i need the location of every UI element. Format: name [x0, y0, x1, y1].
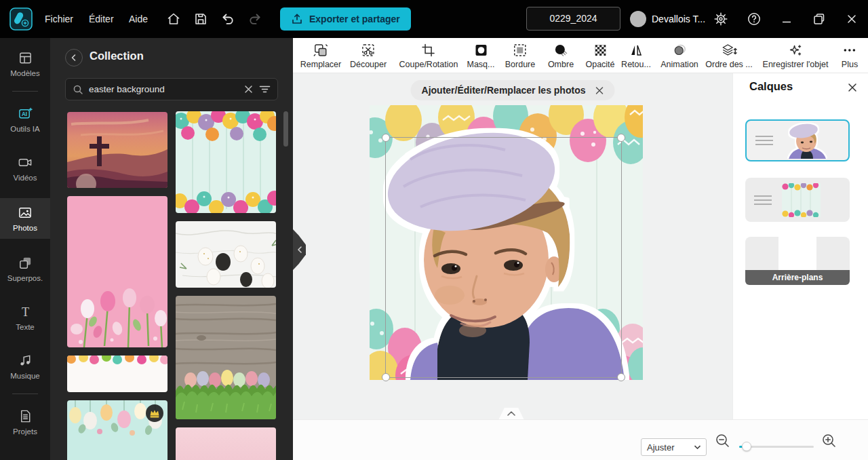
selection-handle-top-left[interactable]: [382, 134, 390, 142]
toolbar-mask-button[interactable]: Masq...: [467, 43, 495, 69]
collection-panel: Collection easter background: [50, 38, 293, 460]
zoom-fit-select[interactable]: Ajuster: [641, 438, 707, 456]
toolbar-label: Ombre: [548, 60, 574, 69]
sidebar-item-projects[interactable]: Projets: [0, 402, 50, 442]
stock-photo-thumbnail-premium[interactable]: gettyimages: [67, 400, 167, 460]
project-title-input[interactable]: 0229_2024: [526, 7, 620, 31]
drag-handle-icon[interactable]: [755, 133, 774, 148]
toolbar-flip-button[interactable]: Retou...: [621, 43, 651, 69]
photos-icon: [17, 205, 33, 221]
selection-handle-bottom-right[interactable]: [617, 373, 625, 381]
layers-close-icon[interactable]: [847, 82, 858, 93]
zoom-in-icon[interactable]: [821, 433, 837, 448]
background-layer-label: Arrière-plans: [745, 270, 850, 285]
toolbar-replace-button[interactable]: Remplacer: [300, 43, 341, 69]
svg-text:AI: AI: [22, 111, 27, 117]
sidebar-item-text[interactable]: T Texte: [0, 297, 50, 338]
sidebar-label: Musique: [10, 372, 39, 380]
menu-edit[interactable]: Éditer: [89, 0, 114, 38]
music-icon: [18, 353, 33, 368]
toolbar-cutout-button[interactable]: Découper: [350, 43, 387, 69]
minimize-icon[interactable]: [780, 12, 793, 26]
restore-icon[interactable]: [812, 12, 827, 26]
close-icon[interactable]: [845, 12, 859, 26]
zoom-fit-value: Ajuster: [647, 442, 674, 453]
sidebar-item-music[interactable]: Musique: [0, 346, 50, 387]
back-button[interactable]: [65, 49, 83, 66]
user-avatar[interactable]: [630, 11, 646, 27]
toolbar-more-button[interactable]: Plus: [842, 43, 858, 69]
menu-file[interactable]: Fichier: [45, 0, 73, 38]
svg-text:T: T: [21, 305, 28, 319]
chevron-down-icon: [694, 445, 701, 449]
object-toolbar: Remplacer Découper Coupe/Rotation Masq..…: [293, 38, 868, 73]
toolbar-label: Remplacer: [300, 60, 341, 69]
canvas-area[interactable]: Ajouter/Éditer/Remplacer les photos: [293, 73, 732, 419]
menu-help[interactable]: Aide: [129, 0, 148, 38]
zoom-out-icon[interactable]: [715, 433, 730, 448]
layer-thumbnail-frame: [782, 183, 821, 217]
cutout-icon: [361, 43, 376, 58]
toolbar-label: Bordure: [505, 60, 535, 69]
help-icon[interactable]: [747, 12, 762, 26]
sidebar-item-ai-tools[interactable]: AI Outils IA: [0, 99, 50, 140]
selection-handle-bottom-left[interactable]: [382, 373, 390, 381]
toolbar-opacity-button[interactable]: Opacité: [585, 43, 614, 69]
zoom-slider-handle[interactable]: [742, 442, 751, 451]
clear-search-icon[interactable]: [243, 84, 254, 94]
stock-photo-thumbnail[interactable]: [176, 111, 276, 213]
title-bar: Fichier Éditer Aide Exporter et partager…: [0, 0, 868, 38]
toolbar-label: Plus: [842, 60, 858, 69]
app-logo[interactable]: [9, 7, 33, 31]
toolbar-layer-order-button[interactable]: Ordre des ...: [705, 43, 752, 69]
stock-photo-thumbnail[interactable]: [176, 427, 276, 460]
stock-photo-thumbnail[interactable]: [176, 221, 276, 288]
selection-handle-top-right[interactable]: [617, 134, 625, 142]
overlay-icon: [18, 255, 33, 271]
toolbar-border-button[interactable]: Bordure: [505, 43, 535, 69]
layer-thumbnail-boy: [783, 122, 831, 159]
pink-tulips-image: [67, 196, 167, 347]
stock-photo-thumbnail[interactable]: [67, 112, 167, 188]
sidebar-label: Modèles: [10, 69, 39, 77]
redo-icon[interactable]: [248, 12, 262, 26]
selection-box[interactable]: [385, 137, 622, 378]
settings-gear-icon[interactable]: [714, 12, 728, 26]
pink-gradient-image: [176, 427, 276, 460]
toolbar-label: Découper: [350, 60, 387, 69]
collapse-timeline-tab[interactable]: [496, 408, 527, 419]
border-icon: [513, 43, 528, 58]
sidebar-label: Texte: [16, 323, 35, 331]
undo-icon[interactable]: [220, 12, 235, 26]
toolbar-animation-button[interactable]: Animation: [660, 43, 698, 69]
chevron-up-icon: [507, 411, 515, 416]
search-input[interactable]: easter background: [89, 84, 238, 94]
drag-handle-icon[interactable]: [753, 193, 772, 208]
layer-item-background[interactable]: Arrière-plans: [745, 237, 850, 285]
toolbar-label: Enregistrer l'objet: [763, 60, 829, 69]
export-share-button[interactable]: Exporter et partager: [280, 7, 411, 31]
stock-photo-thumbnail[interactable]: [176, 296, 276, 419]
stock-photo-thumbnail[interactable]: [67, 196, 167, 347]
search-bar[interactable]: easter background: [65, 78, 278, 100]
user-name[interactable]: Devallois T...: [652, 0, 705, 38]
home-icon[interactable]: [166, 12, 181, 26]
sidebar-item-photos[interactable]: Photos: [0, 198, 50, 239]
panel-scrollbar[interactable]: [283, 111, 288, 147]
sidebar-item-videos[interactable]: Vidéos: [0, 148, 50, 189]
collapse-panel-tab[interactable]: [293, 229, 306, 270]
sidebar-divider: [12, 394, 38, 394]
layer-item-frame[interactable]: [745, 178, 850, 222]
stock-photo-thumbnail[interactable]: [67, 356, 167, 392]
toolbar-crop-rotate-button[interactable]: Coupe/Rotation: [399, 43, 458, 69]
sidebar-item-templates[interactable]: Modèles: [0, 43, 50, 84]
banner-close-icon[interactable]: [595, 86, 604, 95]
sidebar-label: Photos: [13, 224, 37, 232]
toolbar-shadow-button[interactable]: Ombre: [548, 43, 574, 69]
toolbar-save-object-button[interactable]: Enregistrer l'objet: [763, 43, 829, 69]
save-icon[interactable]: [193, 12, 208, 26]
filter-icon[interactable]: [259, 84, 271, 94]
animation-icon: [672, 43, 687, 58]
sidebar-item-overlay[interactable]: Superpos.: [0, 248, 50, 289]
layer-item-photo[interactable]: [745, 119, 850, 161]
